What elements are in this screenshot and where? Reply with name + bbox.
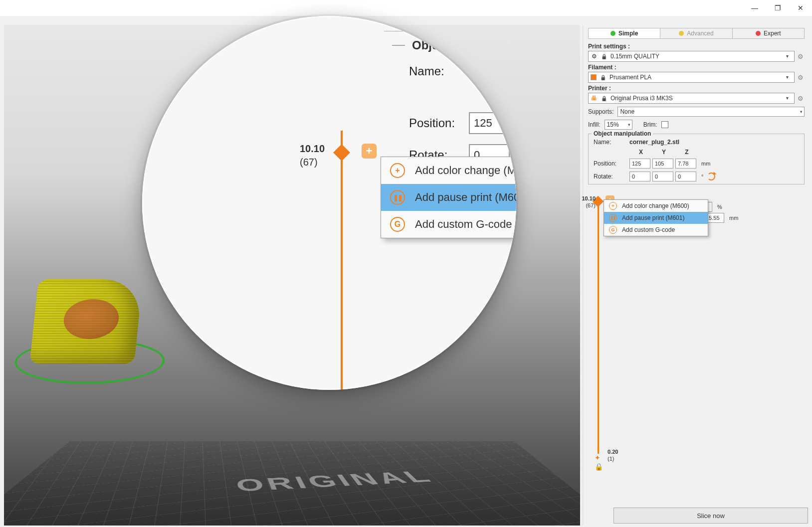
zoom-name-label: Name: (384, 64, 469, 78)
rotate-unit: ° (701, 174, 703, 179)
print-settings-combo[interactable]: ⚙ 0.15mm QUALITY ▾ (588, 51, 795, 62)
object-manipulation-group: Object manipulation Name: corner_plug_2.… (588, 134, 805, 184)
position-z-input[interactable]: 7.78 (675, 159, 696, 169)
size-unit: mm (729, 215, 738, 221)
printer-label: Printer : (588, 85, 805, 92)
supports-combo[interactable]: None ▾ (617, 107, 805, 117)
brim-label: Brim: (643, 121, 657, 128)
pause-circle-icon: ❚❚ (390, 190, 405, 205)
zoom-menu-add-custom-gcode: G Add custom G-code (381, 211, 516, 238)
model-preview[interactable] (24, 279, 159, 374)
lock-icon (601, 53, 608, 60)
mode-tab-label: Simple (618, 30, 638, 37)
menu-item-add-color-change[interactable]: + Add color change (M600) (604, 200, 708, 212)
lock-icon (600, 74, 607, 81)
zoom-layer-slider-add-icon: + (362, 144, 377, 159)
chevron-down-icon: ▾ (786, 95, 792, 101)
plus-circle-icon: + (609, 202, 617, 210)
position-label: Position: (594, 160, 629, 167)
gcode-circle-icon: G (390, 217, 405, 232)
gear-icon: ⚙ (591, 53, 598, 60)
zoom-position-label: Position: (384, 116, 469, 130)
chevron-down-icon: ▾ (628, 122, 630, 127)
menu-item-add-custom-gcode[interactable]: G Add custom G-code (604, 224, 708, 236)
edit-preset-icon[interactable]: ⚙ (797, 53, 805, 60)
rotate-z-input[interactable]: 0 (675, 172, 696, 181)
filament-label: Filament : (588, 64, 805, 71)
pause-circle-icon: ❚❚ (609, 214, 617, 222)
zoom-menu-item-label: Add custom G-code (415, 218, 512, 231)
rotate-label: Rotate: (594, 173, 629, 180)
layer-context-menu: + Add color change (M600) ❚❚ Add pause p… (604, 199, 708, 236)
zoom-magnifier-overlay: + 10.10 (67) Object manipul Name: corner… (142, 16, 516, 390)
menu-item-label: Add pause print (M601) (622, 214, 684, 221)
right-settings-panel: Simple Advanced Expert Print settings : … (583, 25, 810, 526)
infill-combo[interactable]: 15% ▾ (605, 120, 632, 130)
print-settings-label: Print settings : (588, 43, 805, 50)
infill-label: Infill: (588, 121, 601, 128)
y-column-head: Y (652, 149, 675, 156)
zoom-menu-add-color-change: + Add color change (M600) (381, 157, 516, 184)
zoom-layer-height-label: 10.10 (300, 143, 325, 155)
slice-now-button[interactable]: Slice now (613, 508, 808, 524)
zoom-layer-slider-thumb (333, 144, 350, 161)
mode-tabs: Simple Advanced Expert (588, 28, 805, 39)
zoom-menu-add-pause-print: ❚❚ Add pause print (M601) (381, 184, 516, 211)
object-name-label: Name: (594, 139, 629, 146)
mode-tab-advanced[interactable]: Advanced (660, 28, 732, 38)
infill-value: 15% (607, 121, 619, 128)
zoom-menu-item-label: Add color change (M600) (415, 164, 516, 177)
scale-unit: % (717, 204, 722, 210)
gcode-circle-icon: G (609, 226, 617, 234)
filament-value: Prusament PLA (609, 74, 651, 81)
filament-color-swatch (591, 74, 597, 80)
mode-tab-simple[interactable]: Simple (589, 28, 660, 38)
menu-item-add-pause-print[interactable]: ❚❚ Add pause print (M601) (604, 212, 708, 224)
printer-icon: 🖶 (591, 95, 598, 102)
window-titlebar: — ❐ ✕ (0, 0, 812, 16)
window-minimize-button[interactable]: — (743, 0, 766, 16)
mode-dot-red-icon (756, 31, 761, 36)
position-y-input[interactable]: 105 (652, 159, 673, 169)
printer-value: Original Prusa i3 MK3S (610, 95, 673, 102)
edit-preset-icon[interactable]: ⚙ (797, 95, 805, 102)
menu-item-label: Add color change (M600) (622, 202, 689, 209)
brim-checkbox[interactable] (661, 121, 668, 128)
menu-item-label: Add custom G-code (622, 226, 675, 233)
rotate-x-input[interactable]: 0 (629, 172, 650, 181)
edit-preset-icon[interactable]: ⚙ (797, 74, 805, 81)
zoom-menu-item-label: Add pause print (M601) (415, 191, 516, 204)
filament-combo[interactable]: Prusament PLA ▾ (588, 72, 795, 83)
chevron-down-icon: ▾ (786, 53, 792, 59)
reset-rotation-icon[interactable] (707, 173, 715, 180)
mode-dot-yellow-icon (679, 31, 684, 36)
mode-dot-green-icon (610, 31, 615, 36)
window-close-button[interactable]: ✕ (789, 0, 812, 16)
zoom-layer-number-label: (67) (300, 157, 318, 168)
printer-combo[interactable]: 🖶 Original Prusa i3 MK3S ▾ (588, 93, 795, 104)
window-maximize-button[interactable]: ❐ (766, 0, 789, 16)
position-x-input[interactable]: 125 (629, 159, 650, 169)
lock-icon (601, 95, 608, 102)
zoom-context-menu: + Add color change (M600) ❚❚ Add pause p… (381, 157, 516, 238)
mode-tab-expert[interactable]: Expert (733, 28, 804, 38)
mode-tab-label: Advanced (687, 30, 713, 37)
zoom-layer-slider-track (341, 131, 343, 390)
x-column-head: X (629, 149, 652, 156)
supports-value: None (620, 108, 634, 115)
object-manipulation-legend: Object manipulation (592, 130, 653, 137)
z-column-head: Z (675, 149, 698, 156)
object-name-value: corner_plug_2.stl (629, 139, 679, 146)
print-settings-value: 0.15mm QUALITY (610, 53, 659, 60)
supports-label: Supports: (588, 108, 613, 115)
plus-circle-icon: + (390, 163, 405, 178)
position-unit: mm (701, 161, 710, 167)
rotate-y-input[interactable]: 0 (652, 172, 673, 181)
chevron-down-icon: ▾ (800, 109, 803, 114)
chevron-down-icon: ▾ (786, 74, 792, 80)
mode-tab-label: Expert (764, 30, 781, 37)
